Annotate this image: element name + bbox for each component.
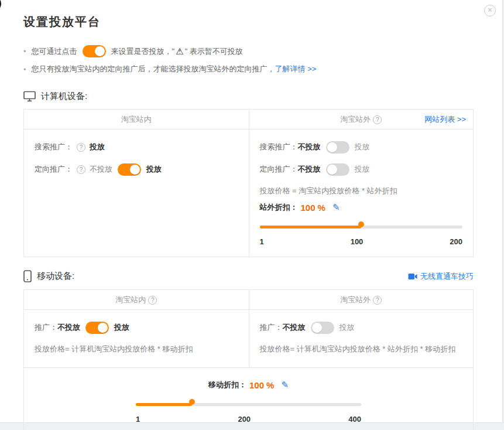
outside-price-formula: 投放价格 = 淘宝站内投放价格 * 站外折扣 [260, 186, 463, 196]
mobile-slider-wrap: 1 200 400 [136, 399, 361, 424]
help-icon[interactable]: ? [77, 143, 85, 152]
promo-off-label: 不投放 [57, 322, 80, 333]
note-line-2: 您只有投放淘宝站内的定向推广后，才能选择投放淘宝站外的定向推广， 了解详情 >> [23, 64, 474, 74]
slider-handle[interactable] [189, 399, 195, 405]
instruction-notes: 您可通过点击 来设置是否投放，" ⚠ " 表示暂不可投放 您只有投放淘宝站内的定… [23, 45, 474, 74]
slider-fill [260, 226, 361, 228]
promo-label: 推广： [35, 322, 57, 333]
outside-discount-label: 站外折扣： [260, 202, 298, 213]
warning-icon: ⚠ [176, 46, 183, 57]
computer-outside-header: 淘宝站外? 网站列表 >> [249, 110, 474, 129]
computer-inside-search-row: 搜索推广： ? 投放 [35, 138, 238, 156]
mobile-outside-header-label: 淘宝站外 [340, 295, 371, 304]
slider-fill [136, 403, 192, 406]
toggle-knob [312, 323, 322, 333]
outside-discount-value: 100 [301, 203, 316, 213]
website-list-link[interactable]: 网站列表 >> [424, 110, 466, 129]
platform-settings-modal: × 设置投放平台 您可通过点击 来设置是否投放，" ⚠ " 表示暂不可投放 您只… [0, 0, 503, 423]
mobile-inside-price-formula: 投放价格= 计算机淘宝站内投放价格 * 移动折扣 [35, 344, 238, 354]
help-icon[interactable]: ? [373, 296, 382, 305]
computer-icon [23, 91, 36, 102]
computer-inside-cell: 搜索推广： ? 投放 定向推广： ? 不投放 投放 [24, 129, 249, 257]
search-on-label: 投放 [355, 142, 370, 152]
mobile-inside-promo-row: 推广： 不投放 投放 [35, 319, 238, 336]
outside-discount-slider[interactable] [260, 221, 463, 232]
computer-inside-target-row: 定向推广： ? 不投放 投放 [35, 161, 238, 178]
computer-outside-target-row: 定向推广： 不投放 投放 [260, 161, 463, 178]
computer-outside-cell: 搜索推广： 不投放 投放 定向推广： 不投放 投放 投放价格 = 淘宝站内投放价… [249, 129, 474, 257]
target-off-label: 不投放 [298, 164, 321, 175]
target-promo-label: 定向推广： [260, 164, 298, 175]
help-icon[interactable]: ? [77, 165, 85, 174]
promo-on-label: 投放 [340, 322, 355, 333]
mobile-inside-cell: 推广： 不投放 投放 投放价格= 计算机淘宝站内投放价格 * 移动折扣 [24, 310, 249, 367]
mobile-outside-header: 淘宝站外? [249, 290, 474, 310]
toggle-knob [327, 165, 337, 175]
slider-track[interactable] [136, 403, 361, 406]
toggle-knob [130, 165, 140, 175]
mobile-section-header: 移动设备: 无线直通车技巧 [23, 270, 474, 282]
computer-inside-target-toggle[interactable] [118, 163, 141, 176]
mobile-outside-promo-row: 推广： 不投放 投放 [260, 319, 463, 336]
computer-section-header: 计算机设备: [23, 91, 474, 102]
computer-outside-search-toggle[interactable] [326, 141, 349, 153]
search-promo-label: 搜索推广： [35, 142, 73, 152]
help-icon[interactable]: ? [373, 115, 382, 124]
computer-platform-table: 淘宝站内 淘宝站外? 网站列表 >> 搜索推广： ? 投放 定向推广： ? 不投… [23, 109, 474, 257]
computer-outside-header-label: 淘宝站外 [340, 115, 371, 124]
target-promo-label: 定向推广： [35, 164, 73, 175]
mobile-section-title: 移动设备: [37, 271, 74, 282]
outside-discount-unit: % [318, 203, 325, 213]
target-off-label: 不投放 [90, 164, 112, 175]
scale-max: 400 [348, 415, 361, 424]
help-icon[interactable]: ? [148, 296, 157, 305]
outside-discount-row: 站外折扣： 100 % ✎ [260, 199, 463, 216]
toggle-knob [95, 46, 105, 56]
edit-pencil-icon[interactable]: ✎ [281, 380, 289, 390]
note-line-1: 您可通过点击 来设置是否投放，" ⚠ " 表示暂不可投放 [23, 45, 474, 57]
mobile-outside-cell: 推广： 不投放 投放 投放价格= 计算机淘宝站内投放价格 * 站外折扣 * 移动… [249, 310, 474, 367]
wireless-tips-label: 无线直通车技巧 [420, 271, 474, 282]
slider-handle[interactable] [358, 221, 364, 227]
page-title: 设置投放平台 [23, 14, 474, 30]
mobile-discount-slider[interactable] [136, 399, 361, 409]
promo-off-label: 不投放 [283, 322, 306, 333]
mobile-discount-value: 100 [249, 380, 264, 390]
target-on-label: 投放 [355, 164, 370, 175]
toggle-knob [98, 323, 108, 333]
mobile-outside-promo-toggle[interactable] [311, 322, 334, 334]
promo-label: 推广： [260, 322, 283, 333]
mobile-discount-unit: % [266, 380, 274, 390]
note1-pre-text: 您可通过点击 [32, 46, 77, 57]
edit-pencil-icon[interactable]: ✎ [332, 202, 340, 213]
mobile-slider-scale: 1 200 400 [136, 415, 361, 424]
scale-mid: 100 [351, 237, 364, 246]
wireless-tips-link[interactable]: 无线直通车技巧 [408, 271, 474, 282]
mobile-inside-header-label: 淘宝站内 [115, 295, 146, 304]
mobile-platform-table: 淘宝站内? 淘宝站外? 推广： 不投放 投放 投放价格= 计算机淘宝站内投放价格… [23, 289, 474, 430]
close-icon[interactable]: × [484, 5, 496, 16]
example-toggle [83, 45, 106, 57]
scale-min: 1 [136, 415, 140, 424]
target-on-label: 投放 [146, 164, 162, 175]
mobile-outside-price-formula: 投放价格= 计算机淘宝站内投放价格 * 站外折扣 * 移动折扣 [260, 344, 463, 354]
scale-mid: 200 [238, 415, 251, 424]
mobile-inside-promo-toggle[interactable] [85, 322, 109, 334]
toggle-knob [327, 142, 337, 152]
computer-inside-header: 淘宝站内 [24, 110, 249, 129]
promo-on-label: 投放 [114, 322, 129, 333]
mobile-discount-label: 移动折扣： [208, 380, 246, 390]
video-icon [408, 273, 417, 280]
computer-inside-header-label: 淘宝站内 [121, 115, 152, 124]
search-off-label: 不投放 [298, 142, 321, 152]
search-promo-value: 投放 [90, 142, 105, 152]
note2-text: 您只有投放淘宝站内的定向推广后，才能选择投放淘宝站外的定向推广， [32, 64, 275, 74]
outside-slider-scale: 1 100 200 [260, 237, 463, 246]
scale-max: 200 [450, 237, 462, 246]
learn-more-link[interactable]: 了解详情 >> [275, 64, 317, 74]
mobile-inside-header: 淘宝站内? [24, 290, 249, 310]
note1-mid-text: 来设置是否投放，" [111, 46, 175, 57]
search-promo-label: 搜索推广： [260, 142, 298, 152]
computer-outside-search-row: 搜索推广： 不投放 投放 [260, 138, 463, 156]
computer-outside-target-toggle[interactable] [326, 163, 349, 176]
